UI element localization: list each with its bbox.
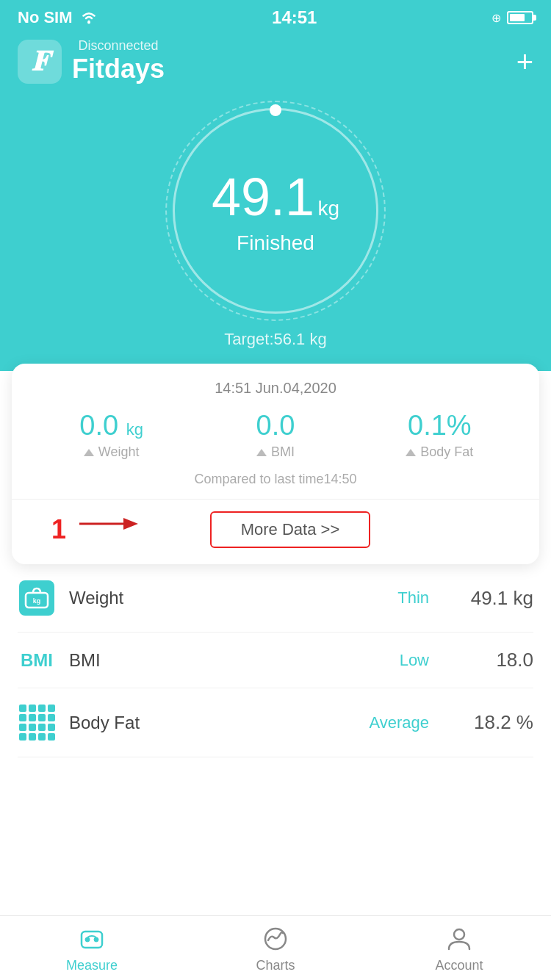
metric-bmi-value: 0.0: [193, 410, 357, 442]
metric-weight-value: 0.0 kg: [29, 410, 193, 442]
metric-bmi-label-row: BMI: [193, 444, 357, 460]
more-data-button[interactable]: More Data >>: [210, 511, 371, 548]
list-weight-name: Weight: [69, 588, 384, 608]
bmi-icon-label: BMI: [18, 650, 56, 671]
metric-weight: 0.0 kg Weight: [29, 410, 193, 460]
bodyfat-icon-container: [18, 705, 56, 741]
list-bodyfat-reading: 18.2 %: [460, 711, 533, 734]
svg-marker-2: [123, 518, 138, 530]
status-bar: No SIM 14:51 ⊕: [0, 0, 551, 32]
measure-icon: [76, 923, 108, 955]
app-logo: 𝐅: [18, 40, 62, 84]
list-bodyfat-status: Average: [369, 713, 429, 732]
gauge-circle: 49.1 kg Finished: [173, 108, 378, 314]
svg-point-0: [87, 21, 90, 24]
nav-item-measure[interactable]: Measure: [0, 923, 184, 973]
wifi-icon: [80, 11, 98, 24]
metric-bmi: 0.0 BMI: [193, 410, 357, 460]
annotation-row: 1 More Data >>: [29, 500, 522, 551]
battery-icon: [507, 11, 533, 24]
nav-item-account[interactable]: Account: [367, 923, 551, 973]
data-metrics: 0.0 kg Weight 0.0 BMI 0.1%: [29, 410, 522, 460]
account-icon: [443, 923, 475, 955]
list-item-bmi: BMI BMI Low 18.0: [18, 633, 533, 688]
data-card-timestamp: 14:51 Jun.04,2020: [29, 380, 522, 397]
measure-label: Measure: [66, 958, 118, 973]
metric-weight-label: Weight: [98, 444, 140, 460]
compare-text: Compared to last time14:50: [29, 472, 522, 487]
app-header: 𝐅 Disconnected Fitdays +: [0, 32, 551, 96]
data-card: 14:51 Jun.04,2020 0.0 kg Weight 0.0 BMI: [12, 364, 539, 564]
weight-icon: kg: [19, 580, 54, 616]
status-left: No SIM: [18, 8, 98, 27]
metric-weight-label-row: Weight: [29, 444, 193, 460]
svg-text:kg: kg: [33, 597, 41, 605]
metric-weight-number: 0.0: [79, 410, 118, 441]
add-button[interactable]: +: [516, 47, 533, 76]
bmi-icon-container: BMI: [18, 650, 56, 671]
svg-point-7: [94, 937, 98, 942]
list-weight-status: Thin: [397, 588, 429, 608]
metric-bodyfat: 0.1% Body Fat: [358, 410, 522, 460]
lock-icon: ⊕: [491, 11, 501, 25]
gauge-section: 49.1 kg Finished Target:56.1 kg: [0, 96, 551, 371]
weight-trend-icon: [84, 449, 94, 456]
main-content: 14:51 Jun.04,2020 0.0 kg Weight 0.0 BMI: [0, 364, 551, 831]
target-label: Target:56.1 kg: [224, 330, 326, 349]
list-weight-reading: 49.1 kg: [460, 587, 533, 610]
annotation-arrow-icon: [79, 514, 138, 537]
metric-weight-unit: kg: [126, 420, 143, 439]
annotation-number: 1: [51, 514, 66, 545]
header-left: 𝐅 Disconnected Fitdays: [18, 38, 165, 84]
account-label: Account: [435, 958, 483, 973]
charts-label: Charts: [256, 958, 295, 973]
list-item-bodyfat: Body Fat Average 18.2 %: [18, 688, 533, 757]
weight-icon-container: kg: [18, 580, 56, 616]
nav-item-charts[interactable]: Charts: [184, 923, 367, 973]
svg-point-6: [85, 937, 90, 942]
list-bmi-status: Low: [400, 651, 429, 670]
metric-bodyfat-label: Body Fat: [420, 444, 473, 460]
bmi-trend-icon: [256, 449, 267, 456]
svg-rect-5: [82, 932, 102, 948]
gauge-indicator-dot: [270, 104, 281, 116]
app-title: Fitdays: [72, 54, 165, 84]
metric-bmi-label: BMI: [271, 444, 295, 460]
metric-bodyfat-label-row: Body Fat: [358, 444, 522, 460]
status-time: 14:51: [272, 7, 317, 28]
metric-bodyfat-value: 0.1%: [358, 410, 522, 442]
header-title-block: Disconnected Fitdays: [72, 38, 165, 84]
charts-icon: [259, 923, 292, 955]
gauge-dotted-ring: [165, 101, 386, 321]
bottom-nav: Measure Charts Account: [0, 915, 551, 980]
list-item-weight: kg Weight Thin 49.1 kg: [18, 564, 533, 633]
list-bodyfat-name: Body Fat: [69, 713, 356, 733]
list-bmi-reading: 18.0: [460, 649, 533, 671]
metrics-list: kg Weight Thin 49.1 kg BMI BMI Low 18.0: [0, 564, 551, 757]
bodyfat-icon: [19, 705, 55, 741]
bodyfat-trend-icon: [406, 449, 416, 456]
list-bmi-name: BMI: [69, 650, 386, 671]
carrier-label: No SIM: [18, 8, 73, 27]
svg-point-9: [454, 929, 464, 940]
status-right: ⊕: [491, 11, 533, 25]
connection-status: Disconnected: [72, 38, 165, 54]
